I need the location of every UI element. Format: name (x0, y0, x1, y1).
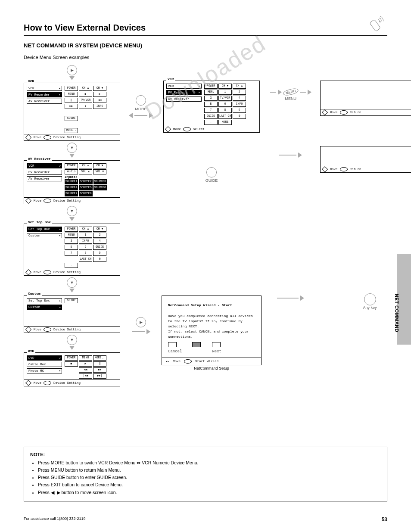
device-pv-recorder[interactable]: PV Recorder▸ (27, 92, 62, 97)
btn[interactable]: MORE (218, 120, 232, 125)
btn[interactable]: MENU (204, 90, 218, 95)
btn[interactable]: 3 (65, 239, 78, 244)
btn[interactable]: VOL ▼ (93, 169, 106, 174)
btn[interactable]: POWER (65, 163, 78, 168)
device-av-receiver[interactable]: AV Receiver (27, 176, 62, 181)
btn[interactable]: 4 (233, 96, 246, 101)
btn[interactable]: CH ▲ (233, 84, 246, 89)
btn[interactable]: - (65, 263, 78, 268)
next-box[interactable] (212, 342, 221, 347)
btn[interactable]: 1 (79, 233, 92, 238)
btn[interactable]: 7 (204, 108, 218, 113)
device-dvd[interactable]: DVD↗ (27, 355, 62, 361)
btn[interactable]: INFO (233, 102, 246, 107)
btn[interactable]: INFO (79, 239, 92, 244)
btn[interactable]: CH ▼ (93, 163, 106, 168)
btn[interactable]: Audio (65, 169, 78, 174)
device-stb[interactable]: Set Top Box▴ (27, 298, 62, 303)
btn[interactable]: 6 (218, 102, 232, 107)
btn[interactable]: 2 (233, 90, 246, 95)
btn[interactable]: 2 (93, 233, 106, 238)
nav-down-icon[interactable]: ▼ (67, 277, 77, 288)
btn[interactable]: POWER (204, 84, 218, 89)
source-btn[interactable]: SOURCE4 (65, 185, 78, 190)
btn[interactable]: GUIDE (204, 114, 218, 119)
btn[interactable]: ▶▶ (93, 367, 106, 373)
source-btn[interactable]: SOURCE3 (93, 179, 107, 184)
btn[interactable]: 3 (204, 96, 218, 101)
nav-down-icon[interactable]: ▼ (67, 143, 77, 153)
btn[interactable]: 1 (218, 90, 232, 95)
device-av-receiver[interactable]: AV Receiver (27, 99, 62, 104)
device-vcr[interactable]: VCR↗ (27, 163, 62, 168)
nav-down-icon[interactable]: ▼ (67, 335, 77, 345)
device-cable-box[interactable]: Cable Box (27, 362, 62, 367)
btn[interactable]: 5 (65, 245, 78, 250)
device-vcr[interactable]: VCR▸ (166, 84, 202, 89)
btn[interactable]: 5 (204, 102, 218, 107)
btn[interactable]: ‖ (65, 98, 78, 103)
nav-down-icon[interactable]: ▼ (67, 206, 77, 216)
device-custom[interactable]: Custom▾ (27, 233, 62, 238)
btn[interactable]: POWER (65, 227, 78, 232)
btn[interactable]: 8 (218, 108, 232, 113)
device-pv-recorder[interactable]: PV Recorder▸ (166, 90, 202, 95)
nav-more-icon[interactable]: ▶ (67, 65, 77, 75)
device-custom[interactable]: Custom↗ (27, 305, 62, 310)
btn[interactable]: ▶ (93, 92, 106, 97)
any-key-icon[interactable] (364, 293, 376, 305)
btn[interactable]: ▶▶ (65, 104, 78, 109)
btn-setup[interactable]: SETUP (65, 298, 78, 303)
btn[interactable]: MENU (65, 92, 78, 97)
device-photo-mc[interactable]: Photo MC▾ (27, 368, 62, 373)
btn[interactable]: INFO (93, 104, 106, 109)
btn[interactable]: 0 (93, 257, 106, 262)
btn[interactable]: TV/VCR (79, 98, 92, 103)
btn-more[interactable]: MORE.. (65, 128, 78, 133)
btn[interactable]: VOL ▲ (79, 169, 92, 174)
btn[interactable]: 4 (93, 239, 106, 244)
btn[interactable]: LAST CH (79, 257, 92, 262)
btn[interactable]: 6 (79, 245, 92, 250)
btn[interactable]: 7 (65, 251, 78, 256)
btn[interactable]: MENU (79, 355, 92, 361)
nav-right-icon[interactable]: ▶ (136, 317, 146, 327)
device-vcr[interactable]: VCR▸ (27, 86, 62, 91)
source-btn[interactable]: SOURCE2 (79, 179, 92, 184)
btn[interactable]: CH ▼ (93, 227, 106, 232)
btn[interactable]: GUIDE (65, 116, 78, 121)
btn[interactable]: MORE.. (93, 355, 106, 361)
source-btn[interactable]: SOURCE1 (65, 179, 78, 184)
btn[interactable]: ● (79, 104, 92, 109)
btn[interactable]: POWER (65, 86, 78, 91)
btn[interactable]: CH ▲ (79, 227, 92, 232)
btn[interactable]: LAST CH (218, 114, 232, 119)
btn[interactable]: ▶ (79, 361, 92, 367)
btn[interactable]: MENU (65, 233, 78, 238)
btn[interactable]: CH ▲ (79, 163, 92, 168)
btn[interactable]: ▶▶| (93, 373, 106, 379)
btn[interactable]: - (204, 120, 218, 125)
any-key-icon[interactable] (206, 167, 217, 177)
device-av-receiver[interactable]: AV Receiver (166, 96, 202, 102)
source-btn[interactable]: SOURCE6 (93, 185, 107, 190)
btn[interactable]: ◀◀ (79, 367, 92, 373)
btn[interactable]: CH ▼ (218, 84, 232, 89)
btn[interactable]: POWER (65, 355, 78, 361)
btn[interactable]: |◀◀ (79, 373, 92, 379)
btn[interactable]: 9 (93, 251, 106, 256)
btn[interactable]: CH ▲ (79, 86, 92, 91)
source-btn[interactable]: SOURCE5 (79, 185, 92, 190)
device-pv-recorder[interactable]: PV Recorder (27, 170, 62, 175)
source-btn[interactable]: SOURCE7 (65, 191, 78, 196)
menu-key-icon[interactable]: MENU (283, 87, 299, 96)
source-btn[interactable]: SOURCE8 (79, 191, 92, 196)
cancel-box[interactable] (168, 342, 177, 347)
btn[interactable]: TV/VCR (218, 96, 232, 101)
btn[interactable]: 0 (233, 114, 246, 119)
more-key-icon[interactable] (136, 95, 146, 106)
btn[interactable]: GUIDE (93, 245, 106, 250)
btn[interactable]: 8 (79, 251, 92, 256)
device-stb[interactable]: Set Top Box↗ (27, 227, 62, 232)
btn[interactable]: 9 (233, 108, 246, 113)
